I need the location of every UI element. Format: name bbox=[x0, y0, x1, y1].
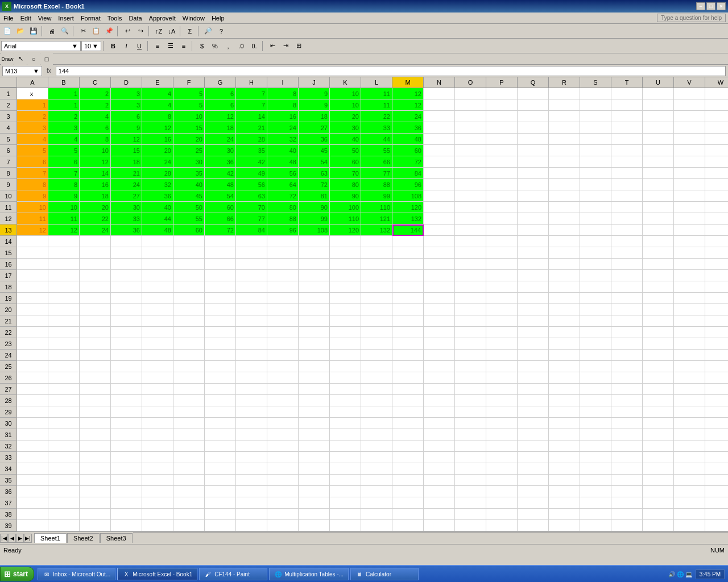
cell-J15[interactable] bbox=[299, 247, 330, 259]
cell-W16[interactable] bbox=[705, 259, 728, 270]
cell-R18[interactable] bbox=[549, 281, 580, 293]
cell-V24[interactable] bbox=[674, 350, 705, 361]
cell-K39[interactable] bbox=[330, 520, 361, 531]
cell-O16[interactable] bbox=[455, 259, 486, 270]
cell-B24[interactable] bbox=[48, 350, 80, 361]
cell-K16[interactable] bbox=[330, 259, 361, 270]
row-num-12[interactable]: 12 bbox=[0, 213, 17, 225]
cell-J33[interactable] bbox=[299, 452, 330, 463]
cell-R21[interactable] bbox=[549, 315, 580, 327]
cell-C21[interactable] bbox=[80, 315, 111, 327]
cell-U7[interactable] bbox=[643, 156, 674, 168]
cell-P33[interactable] bbox=[486, 452, 518, 463]
col-header-T[interactable]: T bbox=[611, 77, 643, 88]
cell-K14[interactable] bbox=[330, 236, 361, 247]
cell-M3[interactable]: 24 bbox=[392, 111, 424, 122]
cell-W13[interactable] bbox=[705, 225, 728, 236]
cell-C15[interactable] bbox=[80, 247, 111, 259]
cell-K37[interactable] bbox=[330, 497, 361, 509]
cell-O39[interactable] bbox=[455, 520, 486, 531]
cell-E26[interactable] bbox=[142, 372, 173, 384]
cell-O27[interactable] bbox=[455, 384, 486, 395]
cell-W14[interactable] bbox=[705, 236, 728, 247]
cell-B9[interactable]: 8 bbox=[48, 179, 80, 190]
cell-R5[interactable] bbox=[549, 134, 580, 145]
cell-J13[interactable]: 108 bbox=[299, 225, 330, 236]
cell-C22[interactable] bbox=[80, 327, 111, 338]
cell-M6[interactable]: 60 bbox=[392, 145, 424, 156]
cell-C19[interactable] bbox=[80, 293, 111, 304]
cell-N28[interactable] bbox=[424, 395, 455, 406]
cell-W38[interactable] bbox=[705, 509, 728, 520]
row-num-36[interactable]: 36 bbox=[0, 486, 17, 497]
cell-L7[interactable]: 66 bbox=[361, 156, 392, 168]
cell-T2[interactable] bbox=[611, 99, 643, 111]
cell-B3[interactable]: 2 bbox=[48, 111, 80, 122]
cell-M39[interactable] bbox=[392, 520, 424, 531]
cell-I15[interactable] bbox=[267, 247, 299, 259]
cell-E4[interactable]: 12 bbox=[142, 122, 173, 134]
cell-N9[interactable] bbox=[424, 179, 455, 190]
row-num-9[interactable]: 9 bbox=[0, 179, 17, 190]
cell-T18[interactable] bbox=[611, 281, 643, 293]
cell-K34[interactable] bbox=[330, 463, 361, 475]
cell-J6[interactable]: 45 bbox=[299, 145, 330, 156]
cell-P23[interactable] bbox=[486, 338, 518, 350]
cell-U15[interactable] bbox=[643, 247, 674, 259]
cell-D8[interactable]: 21 bbox=[111, 168, 142, 179]
cell-J32[interactable] bbox=[299, 440, 330, 452]
cell-S34[interactable] bbox=[580, 463, 611, 475]
cell-A20[interactable] bbox=[17, 304, 48, 315]
cell-W4[interactable] bbox=[705, 122, 728, 134]
cell-B22[interactable] bbox=[48, 327, 80, 338]
cell-S14[interactable] bbox=[580, 236, 611, 247]
cell-M29[interactable] bbox=[392, 406, 424, 418]
cell-P7[interactable] bbox=[486, 156, 518, 168]
cell-V33[interactable] bbox=[674, 452, 705, 463]
cell-P35[interactable] bbox=[486, 475, 518, 486]
cell-A23[interactable] bbox=[17, 338, 48, 350]
cell-G39[interactable] bbox=[205, 520, 236, 531]
cell-D33[interactable] bbox=[111, 452, 142, 463]
cell-B2[interactable]: 1 bbox=[48, 99, 80, 111]
cell-F17[interactable] bbox=[173, 270, 205, 281]
cell-M14[interactable] bbox=[392, 236, 424, 247]
cell-Q21[interactable] bbox=[518, 315, 549, 327]
name-box-dropdown[interactable]: ▼ bbox=[33, 68, 39, 74]
menu-data[interactable]: Data bbox=[125, 14, 145, 23]
cell-W23[interactable] bbox=[705, 338, 728, 350]
cell-W21[interactable] bbox=[705, 315, 728, 327]
cell-F18[interactable] bbox=[173, 281, 205, 293]
cell-H19[interactable] bbox=[236, 293, 267, 304]
cell-E21[interactable] bbox=[142, 315, 173, 327]
cell-H6[interactable]: 35 bbox=[236, 145, 267, 156]
cell-N36[interactable] bbox=[424, 486, 455, 497]
cell-O1[interactable] bbox=[455, 88, 486, 99]
cut-button[interactable]: ✂ bbox=[77, 25, 89, 38]
cell-M20[interactable] bbox=[392, 304, 424, 315]
cell-U5[interactable] bbox=[643, 134, 674, 145]
cell-H34[interactable] bbox=[236, 463, 267, 475]
cell-F26[interactable] bbox=[173, 372, 205, 384]
cell-H39[interactable] bbox=[236, 520, 267, 531]
row-num-26[interactable]: 26 bbox=[0, 372, 17, 384]
cell-B29[interactable] bbox=[48, 406, 80, 418]
cell-U3[interactable] bbox=[643, 111, 674, 122]
cell-H5[interactable]: 28 bbox=[236, 134, 267, 145]
cell-S30[interactable] bbox=[580, 418, 611, 429]
sheet-tab-sheet2[interactable]: Sheet2 bbox=[67, 533, 100, 543]
undo-button[interactable]: ↩ bbox=[121, 25, 134, 38]
cell-L3[interactable]: 22 bbox=[361, 111, 392, 122]
cell-R32[interactable] bbox=[549, 440, 580, 452]
cell-E1[interactable]: 4 bbox=[142, 88, 173, 99]
cell-C13[interactable]: 24 bbox=[80, 225, 111, 236]
cell-P25[interactable] bbox=[486, 361, 518, 372]
cell-M8[interactable]: 84 bbox=[392, 168, 424, 179]
cell-K17[interactable] bbox=[330, 270, 361, 281]
cell-D31[interactable] bbox=[111, 429, 142, 440]
cell-L8[interactable]: 77 bbox=[361, 168, 392, 179]
cell-P14[interactable] bbox=[486, 236, 518, 247]
cell-R4[interactable] bbox=[549, 122, 580, 134]
cell-B33[interactable] bbox=[48, 452, 80, 463]
cell-C26[interactable] bbox=[80, 372, 111, 384]
